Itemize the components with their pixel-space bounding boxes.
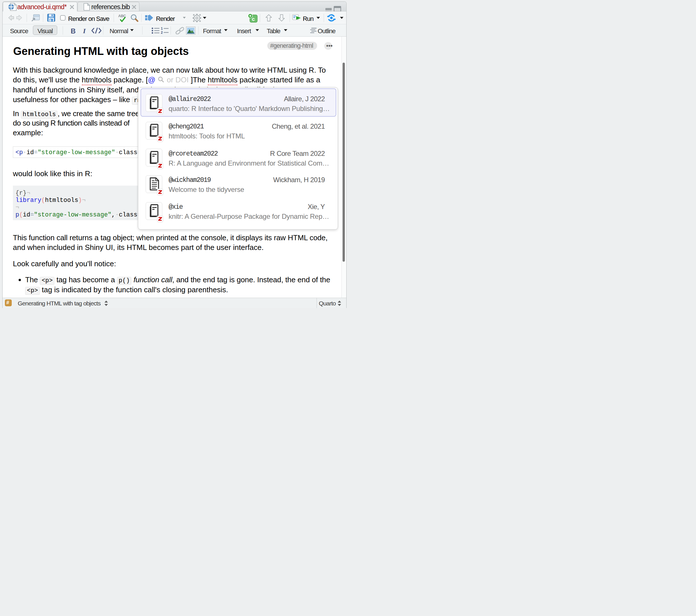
svg-text:2: 2 xyxy=(161,31,163,34)
svg-text:1: 1 xyxy=(161,27,163,31)
